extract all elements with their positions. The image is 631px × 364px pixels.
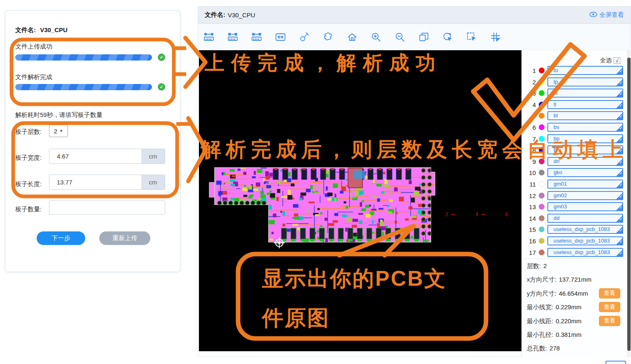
layer-name-input[interactable]: ts✓ bbox=[547, 89, 623, 98]
viewer-file-name: V30_CPU bbox=[228, 12, 255, 19]
board-info-row: y方向尺寸:46.654mm查看 bbox=[522, 287, 627, 300]
measure-distance-icon[interactable] bbox=[200, 29, 218, 45]
scale-mark: 2 bbox=[445, 212, 448, 217]
probe-icon[interactable] bbox=[295, 29, 313, 45]
file-name-label: 文件名: bbox=[15, 26, 36, 33]
view-button[interactable]: 查看 bbox=[599, 302, 620, 312]
sidebar-scrollbar[interactable] bbox=[627, 50, 631, 357]
width-field[interactable]: 4.67 cm bbox=[49, 149, 165, 164]
layer-name-input[interactable]: tl✓ bbox=[547, 100, 623, 109]
partial-button[interactable] bbox=[605, 361, 626, 364]
layer-row: 3ts✓ bbox=[522, 89, 627, 100]
layer-name-input[interactable]: bs✓ bbox=[547, 123, 623, 132]
layer-row: 14dd✓ bbox=[522, 214, 627, 225]
check-icon: ✓ bbox=[619, 204, 622, 211]
scrollbar-thumb[interactable] bbox=[627, 58, 631, 351]
select-all-row: 全选 √ bbox=[600, 57, 620, 64]
measure-width-icon[interactable] bbox=[271, 29, 290, 45]
scale-mark: 8 bbox=[505, 212, 508, 217]
parse-note-text: 解析耗时59秒，请填写板子数量 bbox=[15, 111, 103, 119]
view-button[interactable]: 查看 bbox=[599, 316, 620, 326]
eye-icon bbox=[589, 12, 597, 19]
layers-select-value: 2 bbox=[54, 128, 57, 135]
file-name-value: V30_CPU bbox=[40, 26, 68, 33]
zoom-in-icon[interactable] bbox=[367, 29, 385, 45]
view-button[interactable]: 查看 bbox=[599, 288, 620, 299]
fullscreen-link[interactable]: 全屏查看 bbox=[589, 11, 624, 19]
marquee-select-icon[interactable] bbox=[463, 29, 481, 45]
layer-row: 6bs✓ bbox=[522, 123, 627, 134]
layer-number: 12 bbox=[524, 192, 536, 199]
viewer-header: 文件名: V30_CPU 全屏查看 bbox=[198, 7, 631, 24]
layers-select[interactable]: 2 ▼ bbox=[49, 125, 68, 137]
next-step-button[interactable]: 下一步 bbox=[37, 231, 85, 245]
info-value: 0.381mm bbox=[556, 331, 582, 338]
layer-name-input[interactable]: useless_dxp_pcb_1083✓ bbox=[547, 248, 623, 257]
layer-number: 11 bbox=[524, 181, 536, 188]
file-name-line: 文件名: V30_CPU bbox=[15, 26, 68, 34]
check-icon: ✓ bbox=[619, 193, 622, 200]
reupload-button[interactable]: 重新上传 bbox=[99, 231, 150, 245]
check-icon: ✓ bbox=[619, 181, 622, 189]
layers-label: 板子层数: bbox=[15, 128, 42, 136]
layer-row: 10gko✓ bbox=[522, 168, 627, 179]
board-info-block: 层数:2x方向尺寸:137.721mmy方向尺寸:46.654mm查看最小线宽:… bbox=[522, 259, 627, 355]
layer-name-input[interactable]: useless_dxp_pcb_1083✓ bbox=[547, 236, 623, 245]
length-field[interactable]: 13.77 cm bbox=[49, 175, 165, 190]
viewer-toolbar bbox=[198, 24, 631, 50]
grid-icon[interactable] bbox=[486, 29, 505, 45]
measure-pads2-icon[interactable] bbox=[248, 29, 266, 45]
layer-name-input[interactable]: gko✓ bbox=[547, 168, 623, 177]
info-label: y方向尺寸: bbox=[527, 290, 556, 297]
chevron-down-icon: ▼ bbox=[59, 129, 63, 133]
layer-color-dot bbox=[539, 79, 545, 85]
layer-name-input[interactable]: bl✓ bbox=[547, 111, 623, 120]
info-label: 最小线宽: bbox=[527, 303, 553, 310]
home-icon[interactable] bbox=[343, 29, 361, 45]
layer-name-input[interactable]: gm02✓ bbox=[547, 191, 623, 200]
quantity-input[interactable] bbox=[49, 201, 165, 215]
info-value: 2 bbox=[543, 262, 547, 269]
board-info-row: x方向尺寸:137.721mm bbox=[522, 273, 627, 286]
layer-number: 13 bbox=[524, 203, 536, 210]
layer-number: 1 bbox=[524, 67, 536, 74]
check-icon: ✓ bbox=[619, 250, 622, 257]
layer-number: 6 bbox=[524, 124, 536, 131]
check-icon: ✓ bbox=[619, 113, 622, 120]
width-label: 板子宽度: bbox=[15, 154, 42, 162]
pcb-canvas[interactable]: 248 bbox=[199, 50, 521, 351]
length-label: 板子长度: bbox=[15, 180, 42, 188]
quantity-label: 板子数量: bbox=[15, 205, 42, 213]
layer-row: 16useless_dxp_pcb_1083✓ bbox=[522, 236, 627, 247]
info-value: 278 bbox=[549, 345, 560, 352]
copy-icon[interactable] bbox=[415, 29, 433, 45]
layer-sidebar: 全选 √ 1to✓2tp✓3ts✓4tl✓5bl✓6bs✓7bp✓8bo✓9dr… bbox=[521, 50, 627, 357]
info-value: 0.229mm bbox=[556, 303, 582, 310]
layer-name-input[interactable]: tp✓ bbox=[547, 77, 623, 86]
board-info-row: 最小孔径:0.381mm bbox=[522, 328, 627, 341]
layer-number: 5 bbox=[524, 112, 536, 119]
layer-name-input[interactable]: dd✓ bbox=[547, 214, 623, 223]
rotate-select-icon[interactable] bbox=[439, 29, 457, 45]
layer-row: 5bl✓ bbox=[522, 111, 627, 122]
width-value: 4.67 bbox=[49, 149, 141, 163]
layer-name-input[interactable]: useless_dxp_pcb_1083✓ bbox=[547, 225, 623, 234]
pcb-preview-image: 248 bbox=[199, 50, 521, 351]
layer-name-input[interactable]: gm01✓ bbox=[547, 180, 623, 189]
layer-row: 11gm01✓ bbox=[522, 180, 627, 191]
layer-color-dot bbox=[539, 68, 545, 73]
layer-name-input[interactable]: to✓ bbox=[547, 66, 623, 75]
check-icon: ✓ bbox=[619, 102, 622, 109]
layer-color-dot bbox=[539, 90, 545, 96]
select-all-checkbox[interactable]: √ bbox=[614, 57, 620, 64]
zoom-out-icon[interactable] bbox=[391, 29, 409, 45]
annotation-note-middle: 解析完成后，则层数及长宽会自动填上 bbox=[201, 136, 628, 163]
info-value: 46.654mm bbox=[559, 290, 588, 297]
measure-pads-icon[interactable] bbox=[224, 29, 242, 45]
layer-name-input[interactable]: gm03✓ bbox=[547, 202, 623, 211]
check-icon: ✓ bbox=[619, 90, 622, 98]
length-value: 13.77 bbox=[49, 175, 141, 189]
freeform-shape-icon[interactable] bbox=[319, 29, 337, 45]
layer-row: 13gm03✓ bbox=[522, 202, 627, 213]
upload-status-text: 文件上传成功 bbox=[15, 43, 52, 51]
